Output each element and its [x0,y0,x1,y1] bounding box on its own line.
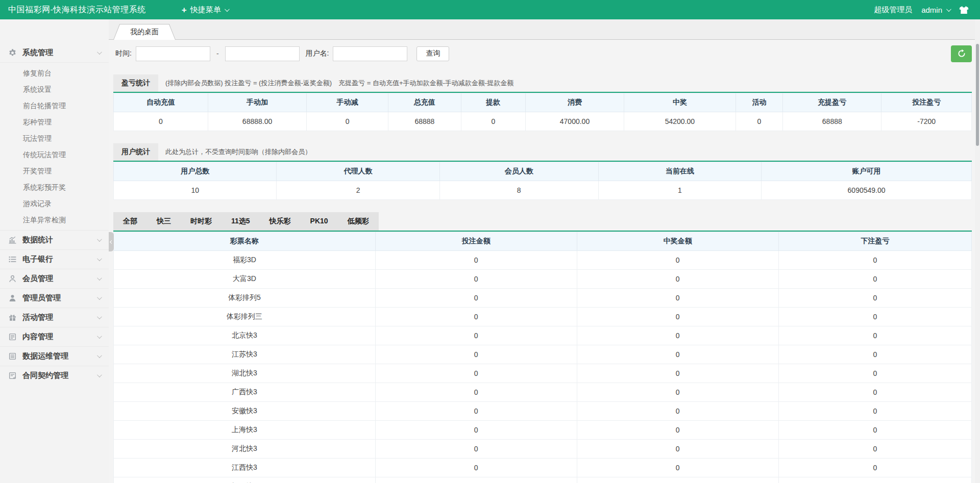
sidebar-group-label: 内容管理 [22,332,97,342]
refresh-icon [957,49,966,58]
gear-icon [8,48,17,57]
refresh-button[interactable] [951,45,972,62]
data-cell: 0 [778,289,971,308]
sidebar-collapse-handle[interactable] [109,232,114,251]
data-cell: 0 [577,402,778,421]
user-section-title: 用户统计 [113,143,158,161]
username-input[interactable] [333,46,407,61]
table-row: 068888.00068888047000.0054200.00068888-7… [114,112,972,131]
data-cell: 0 [375,421,577,440]
data-cell: 6090549.00 [762,181,972,200]
table-header-row: 自动充值手动加手动减总充值提款消费中奖活动充提盈亏投注盈亏 [114,93,972,112]
sidebar-subitem[interactable]: 玩法管理 [0,130,109,146]
table-row: 江苏快3000 [114,345,972,364]
sidebar-group-user-solid[interactable]: 管理员管理 [0,288,109,308]
header-cell: 手动加 [208,93,306,112]
sidebar-group-content[interactable]: 内容管理 [0,327,109,346]
data-cell: 体彩排列三 [114,308,376,326]
data-cell: 8 [439,181,598,200]
theme-shirt-icon[interactable] [959,6,969,14]
tab-my-desktop[interactable]: 我的桌面 [113,24,176,40]
data-cell: 0 [375,289,577,308]
table-row: 大富3D000 [114,270,972,289]
header-cell: 提款 [461,93,525,112]
sidebar-group-gear[interactable]: 系统管理 [0,43,109,62]
lottery-tabs-row: 全部快三时时彩11选5快乐彩PK10低频彩 [113,212,972,232]
sidebar-group-label: 合同契约管理 [22,371,97,380]
sidebar: 系统管理修复前台系统设置前台轮播管理彩种管理玩法管理传统玩法管理开奖管理系统彩预… [0,19,109,483]
page-title: 中国福彩网-快海科技演示站管理系统 [8,5,146,15]
header-cell: 下注盈亏 [778,232,971,251]
lottery-tab-1[interactable]: 快三 [147,212,181,231]
header-cell: 当前在线 [598,162,761,181]
sidebar-group-database[interactable]: 数据运维管理 [0,346,109,366]
data-cell: 0 [375,326,577,345]
sidebar-subitem[interactable]: 注单异常检测 [0,212,109,228]
sidebar-subitem[interactable]: 前台轮播管理 [0,97,109,114]
sidebar-subitem[interactable]: 游戏记录 [0,195,109,212]
data-cell: 0 [114,112,208,131]
top-header: 中国福彩网-快海科技演示站管理系统 + 快捷菜单 超级管理员 admin [0,0,980,19]
content: 时间: - 用户名: 查询 盈亏统计 (排除内部会员数据) 投注盈亏 = (投注… [109,40,980,483]
data-cell: 0 [577,251,778,270]
sidebar-group-label: 系统管理 [22,48,97,58]
data-cell: 0 [577,308,778,326]
time-from-input[interactable] [136,46,210,61]
chevron-down-icon [97,314,102,319]
user-table: 用户总数代理人数会员人数当前在线账户可用102816090549.00 [113,162,972,200]
chevron-down-icon [97,237,102,242]
sidebar-subitem[interactable]: 开奖管理 [0,163,109,179]
search-button[interactable]: 查询 [416,46,449,61]
data-cell: 0 [375,308,577,326]
data-cell: 江苏快3 [114,345,376,364]
scrollbar-thumb[interactable] [976,44,979,146]
data-cell: 0 [736,112,782,131]
chevron-down-icon [946,7,951,12]
data-cell: 0 [577,383,778,402]
lottery-tab-6[interactable]: 低频彩 [338,212,379,231]
sidebar-group-gift[interactable]: 活动管理 [0,308,109,327]
data-cell: 0 [577,270,778,289]
username-label: admin [921,6,942,14]
plus-icon: + [182,6,187,14]
data-cell: 北京快3 [114,326,376,345]
user-section-note: 此处为总计，不受查询时间影响（排除内部会员） [165,147,311,157]
sidebar-subitem[interactable]: 系统设置 [0,81,109,97]
data-cell: 68888 [388,112,461,131]
quick-menu-button[interactable]: + 快捷菜单 [182,5,228,15]
sidebar-subitem[interactable]: 修复前台 [0,65,109,81]
sidebar-group-label: 活动管理 [22,313,97,322]
sidebar-subitem[interactable]: 彩种管理 [0,114,109,130]
content-icon [8,333,17,341]
chevron-left-icon [109,240,113,243]
scrollbar[interactable] [975,19,980,483]
user-menu[interactable]: admin [921,6,950,14]
sidebar-group-contract[interactable]: 合同契约管理 [0,366,109,385]
data-cell: 0 [778,421,971,440]
table-row: 湖北快3000 [114,364,972,383]
data-cell: 0 [375,383,577,402]
sidebar-subitem[interactable]: 传统玩法管理 [0,146,109,163]
lottery-tab-4[interactable]: 快乐彩 [260,212,301,231]
sidebar-group-user-outline[interactable]: 会员管理 [0,269,109,288]
data-cell: 河北快3 [114,440,376,459]
lottery-tab-3[interactable]: 11选5 [222,212,260,231]
data-cell: 体彩排列5 [114,289,376,308]
header-cell: 消费 [525,93,624,112]
data-cell: 0 [778,383,971,402]
header-cell: 自动充值 [114,93,208,112]
data-cell: 安徽快3 [114,402,376,421]
time-to-input[interactable] [225,46,300,61]
data-cell: 0 [375,364,577,383]
table-row: 体彩排列5000 [114,289,972,308]
lottery-table: 彩票名称投注金额中奖金额下注盈亏福彩3D000大富3D000体彩排列5000体彩… [113,232,972,483]
lottery-tab-0[interactable]: 全部 [113,212,147,231]
data-cell: 0 [778,270,971,289]
table-row: 河北快3000 [114,440,972,459]
sidebar-subitem[interactable]: 系统彩预开奖 [0,179,109,195]
lottery-tab-5[interactable]: PK10 [301,212,338,231]
lottery-tab-2[interactable]: 时时彩 [181,212,222,231]
sidebar-group-list[interactable]: 电子银行 [0,249,109,269]
data-cell: 0 [577,459,778,477]
sidebar-group-chart[interactable]: 数据统计 [0,230,109,249]
